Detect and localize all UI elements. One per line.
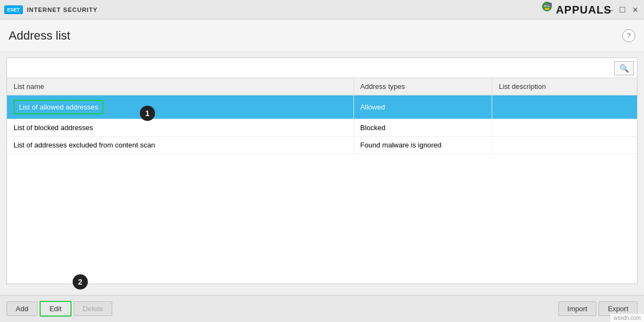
- step-2-circle: 2: [73, 274, 88, 289]
- bottom-left-buttons: Add Edit Delete: [7, 301, 112, 317]
- table-row[interactable]: List of addresses excluded from content …: [7, 137, 637, 154]
- table-cell-type: Found malware is ignored: [353, 137, 492, 154]
- table-cell-desc: [492, 119, 637, 137]
- table-row[interactable]: List of allowed addressesAllowed: [7, 95, 637, 119]
- main-content: 🔍 List name Address types List descripti…: [7, 57, 637, 284]
- appuals-text: APPUALS: [556, 4, 611, 16]
- add-button[interactable]: Add: [7, 301, 37, 316]
- help-button[interactable]: ?: [622, 29, 635, 42]
- delete-button[interactable]: Delete: [74, 301, 113, 316]
- header-bar: Address list ?: [0, 20, 644, 52]
- table-cell-name: List of blocked addresses: [7, 119, 353, 137]
- table-cell-type: Allowed: [353, 95, 492, 119]
- table-cell-type: Blocked: [353, 119, 492, 137]
- title-bar-left: ESET INTERNET SECURITY: [4, 5, 98, 14]
- search-row: 🔍: [7, 58, 637, 78]
- table-cell-name: List of allowed addresses: [7, 95, 353, 119]
- search-button[interactable]: 🔍: [614, 61, 634, 75]
- table-cell-name: List of addresses excluded from content …: [7, 137, 353, 154]
- restore-button[interactable]: ☐: [618, 5, 627, 14]
- table-wrapper: List name Address types List description…: [7, 78, 637, 284]
- app-title: INTERNET SECURITY: [27, 7, 98, 13]
- table-row[interactable]: List of blocked addressesBlocked: [7, 119, 637, 137]
- edit-button[interactable]: Edit: [40, 301, 71, 317]
- svg-point-3: [545, 5, 546, 7]
- search-icon: 🔍: [620, 64, 629, 73]
- table-header-row: List name Address types List description: [7, 78, 637, 95]
- watermark: wsxdn.com: [610, 314, 644, 322]
- bottom-bar: Add Edit Delete Import Export: [0, 295, 644, 322]
- page-title: Address list: [9, 29, 70, 43]
- title-bar: ESET INTERNET SECURITY ? APPUALS — ☐ ✕: [0, 0, 644, 20]
- col-header-desc: List description: [492, 78, 637, 95]
- step-1-circle: 1: [140, 106, 155, 121]
- appuals-robot-icon: ?: [538, 1, 556, 18]
- col-header-type: Address types: [353, 78, 492, 95]
- address-table: List name Address types List description…: [7, 78, 637, 154]
- svg-rect-5: [545, 8, 549, 10]
- table-body: List of allowed addressesAllowedList of …: [7, 95, 637, 154]
- col-header-name: List name: [7, 78, 353, 95]
- eset-logo: ESET: [4, 5, 23, 14]
- close-button[interactable]: ✕: [631, 5, 640, 14]
- table-cell-desc: [492, 137, 637, 154]
- import-button[interactable]: Import: [558, 301, 597, 316]
- table-cell-desc: [492, 95, 637, 119]
